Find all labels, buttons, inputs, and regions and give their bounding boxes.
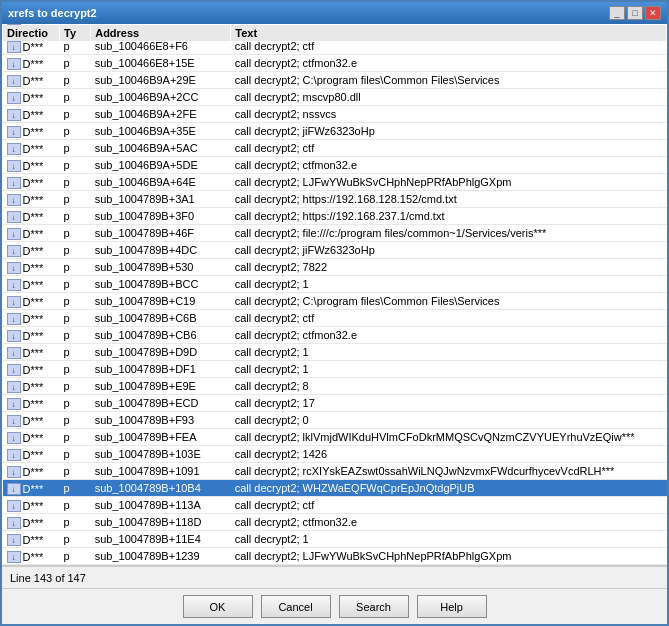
direction-icon: ↓ <box>7 41 21 53</box>
minimize-button[interactable]: _ <box>609 6 625 20</box>
cell-direction: ↓ D*** <box>3 208 60 225</box>
direction-icon: ↓ <box>7 92 21 104</box>
cancel-button[interactable]: Cancel <box>261 595 331 618</box>
table-row[interactable]: ↓ D***psub_10046B9A+35Ecall decrypt2; ji… <box>3 123 667 140</box>
direction-icon: ↓ <box>7 381 21 393</box>
direction-icon: ↓ <box>7 126 21 138</box>
cell-type: p <box>60 89 91 106</box>
cell-type: p <box>60 344 91 361</box>
title-bar-controls: _ □ ✕ <box>609 6 661 20</box>
cell-text: call decrypt2; https://192.168.237.1/cmd… <box>231 208 667 225</box>
table-row[interactable]: ↓ D***psub_10046B9A+64Ecall decrypt2; LJ… <box>3 174 667 191</box>
table-row[interactable]: ↓ D***psub_1004789B+11E4call decrypt2; 1 <box>3 531 667 548</box>
cell-direction: ↓ D*** <box>3 497 60 514</box>
cell-direction: ↓ D*** <box>3 225 60 242</box>
cell-text: call decrypt2; 1 <box>231 361 667 378</box>
col-header-address[interactable]: Address <box>91 24 231 41</box>
cell-text: call decrypt2; ctfmon32.e <box>231 514 667 531</box>
cell-type: p <box>60 106 91 123</box>
cell-type: p <box>60 463 91 480</box>
cell-direction: ↓ D*** <box>3 157 60 174</box>
cell-type: p <box>60 55 91 72</box>
table-row[interactable]: ↓ D***psub_1004789B+103Ecall decrypt2; 1… <box>3 446 667 463</box>
cell-text: call decrypt2; ctfmon32.e <box>231 327 667 344</box>
cell-text: call decrypt2; 17 <box>231 395 667 412</box>
table-row[interactable]: ↓ D***psub_100466E8+15Ecall decrypt2; ct… <box>3 55 667 72</box>
col-header-text[interactable]: Text <box>231 24 667 41</box>
table-row[interactable]: ↓ D***psub_1004789B+C6Bcall decrypt2; ct… <box>3 310 667 327</box>
table-row[interactable]: ↓ D***psub_1004789B+F93call decrypt2; 0 <box>3 412 667 429</box>
table-row[interactable]: ↓ D***psub_1004789B+530call decrypt2; 78… <box>3 259 667 276</box>
table-row[interactable]: ↓ D***psub_1004789B+3A1call decrypt2; ht… <box>3 191 667 208</box>
table-row[interactable]: ↓ D***psub_1004789B+CB6call decrypt2; ct… <box>3 327 667 344</box>
direction-icon: ↓ <box>7 296 21 308</box>
cell-type: p <box>60 514 91 531</box>
table-row[interactable]: ↓ D***psub_1004789B+1239call decrypt2; L… <box>3 548 667 565</box>
cell-type: p <box>60 293 91 310</box>
direction-icon: ↓ <box>7 228 21 240</box>
cell-direction: ↓ D*** <box>3 123 60 140</box>
cell-address: sub_1004789B+C19 <box>91 293 231 310</box>
cell-text: call decrypt2; ctf <box>231 497 667 514</box>
cell-address: sub_10046B9A+5AC <box>91 140 231 157</box>
table-row[interactable]: ↓ D***psub_10046B9A+2CCcall decrypt2; ms… <box>3 89 667 106</box>
table-row[interactable]: ↓ D***psub_1004789B+1091call decrypt2; r… <box>3 463 667 480</box>
table-row[interactable]: ↓ D***psub_1004789B+C19call decrypt2; C:… <box>3 293 667 310</box>
table-row[interactable]: ↓ D***psub_1004789B+FEAcall decrypt2; lk… <box>3 429 667 446</box>
direction-icon: ↓ <box>7 279 21 291</box>
table-row[interactable]: ↓ D***psub_1004789B+118Dcall decrypt2; c… <box>3 514 667 531</box>
table-row[interactable]: ↓ D***psub_1004789B+D9Dcall decrypt2; 1 <box>3 344 667 361</box>
title-bar: xrefs to decrypt2 _ □ ✕ <box>2 2 667 24</box>
cell-direction: ↓ D*** <box>3 548 60 565</box>
xrefs-table-container[interactable]: Directio Ty Address Text ↓ D***psub_1001… <box>2 24 667 566</box>
cell-direction: ↓ D*** <box>3 174 60 191</box>
table-row[interactable]: ↓ D***psub_1004789B+ECDcall decrypt2; 17 <box>3 395 667 412</box>
direction-icon: ↓ <box>7 551 21 563</box>
cell-text: call decrypt2; 7822 <box>231 259 667 276</box>
cell-type: p <box>60 548 91 565</box>
table-row[interactable]: ↓ D***psub_1004789B+46Fcall decrypt2; fi… <box>3 225 667 242</box>
direction-icon: ↓ <box>7 245 21 257</box>
direction-icon: ↓ <box>7 466 21 478</box>
help-button[interactable]: Help <box>417 595 487 618</box>
cell-address: sub_1004789B+D9D <box>91 344 231 361</box>
table-row[interactable]: ↓ D***psub_1004789B+10B4call decrypt2; W… <box>3 480 667 497</box>
direction-icon: ↓ <box>7 534 21 546</box>
direction-icon: ↓ <box>7 500 21 512</box>
maximize-button[interactable]: □ <box>627 6 643 20</box>
status-text: Line 143 of 147 <box>10 572 86 584</box>
window-title: xrefs to decrypt2 <box>8 7 97 19</box>
table-row[interactable]: ↓ D***psub_1004789B+BCCcall decrypt2; 1 <box>3 276 667 293</box>
table-row[interactable]: ↓ D***psub_1004789B+3F0call decrypt2; ht… <box>3 208 667 225</box>
cell-direction: ↓ D*** <box>3 191 60 208</box>
cell-text: call decrypt2; 1 <box>231 276 667 293</box>
cell-direction: ↓ D*** <box>3 429 60 446</box>
cell-type: p <box>60 208 91 225</box>
ok-button[interactable]: OK <box>183 595 253 618</box>
cell-type: p <box>60 497 91 514</box>
table-row[interactable]: ↓ D***psub_1004789B+113Acall decrypt2; c… <box>3 497 667 514</box>
table-row[interactable]: ↓ D***psub_1004789B+E9Ecall decrypt2; 8 <box>3 378 667 395</box>
search-button[interactable]: Search <box>339 595 409 618</box>
table-row[interactable]: ↓ D***psub_10046B9A+5DEcall decrypt2; ct… <box>3 157 667 174</box>
cell-type: p <box>60 140 91 157</box>
col-header-type[interactable]: Ty <box>60 24 91 41</box>
table-row[interactable]: ↓ D***psub_10046B9A+2FEcall decrypt2; ns… <box>3 106 667 123</box>
cell-address: sub_1004789B+DF1 <box>91 361 231 378</box>
cell-text: call decrypt2; ctfmon32.e <box>231 55 667 72</box>
cell-text: call decrypt2; C:\program files\Common F… <box>231 72 667 89</box>
table-row[interactable]: ↓ D***psub_1004789B+DF1call decrypt2; 1 <box>3 361 667 378</box>
cell-direction: ↓ D*** <box>3 361 60 378</box>
cell-direction: ↓ D*** <box>3 106 60 123</box>
close-button[interactable]: ✕ <box>645 6 661 20</box>
table-row[interactable]: ↓ D***psub_10046B9A+5ACcall decrypt2; ct… <box>3 140 667 157</box>
cell-text: call decrypt2; mscvp80.dll <box>231 89 667 106</box>
col-header-direction[interactable]: Directio <box>3 24 60 41</box>
cell-address: sub_1004789B+BCC <box>91 276 231 293</box>
table-row[interactable]: ↓ D***psub_10046B9A+29Ecall decrypt2; C:… <box>3 72 667 89</box>
direction-icon: ↓ <box>7 330 21 342</box>
cell-direction: ↓ D*** <box>3 89 60 106</box>
cell-type: p <box>60 429 91 446</box>
table-row[interactable]: ↓ D***psub_1004789B+4DCcall decrypt2; ji… <box>3 242 667 259</box>
cell-address: sub_1004789B+3F0 <box>91 208 231 225</box>
